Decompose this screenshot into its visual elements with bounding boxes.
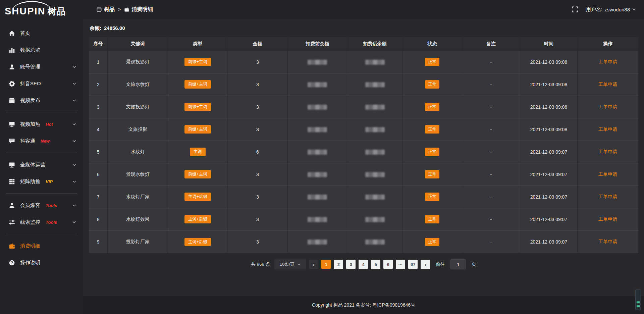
table-row: 7水纹灯厂家主词+后缀3正常-2021-12-03 09:07工单申请 <box>89 186 638 208</box>
column-header-time: 时间 <box>520 37 577 51</box>
board-icon <box>9 121 15 127</box>
cell-after <box>347 186 402 208</box>
sidebar-item-account-management[interactable]: 账号管理 <box>0 58 83 75</box>
goto-label: 前往 <box>436 261 445 267</box>
topbar-right: 用户名: zswodun88 <box>572 6 636 13</box>
bar-chart-icon <box>9 47 15 53</box>
page-button-1[interactable]: 1 <box>321 260 331 269</box>
blurred-balance-value <box>308 82 327 87</box>
wallet-icon <box>9 243 15 249</box>
cell-keyword: 景观水纹灯 <box>108 163 168 186</box>
sidebar-item-clue-monitor[interactable]: 线索监控Tools <box>0 214 83 230</box>
page-ellipsis-button[interactable]: ••• <box>396 260 405 269</box>
cell-keyword: 水纹灯 <box>108 141 168 163</box>
work-order-link[interactable]: 工单申请 <box>598 194 617 199</box>
status-badge: 正常 <box>425 58 439 66</box>
cell-before <box>288 163 347 186</box>
cell-no: 6 <box>89 163 108 186</box>
cell-remark: - <box>462 96 520 118</box>
page-button-2[interactable]: 2 <box>334 260 343 269</box>
page-button-3[interactable]: 3 <box>346 260 356 269</box>
page-button-5[interactable]: 5 <box>371 260 380 269</box>
work-order-link[interactable]: 工单申请 <box>598 104 617 109</box>
sliders-icon <box>9 219 15 225</box>
consume-table: 序号关键词类型金额扣费前余额扣费后余额状态备注时间操作 1景观投影灯前缀+主词3… <box>89 37 638 253</box>
work-order-link[interactable]: 工单申请 <box>598 126 617 132</box>
gear-icon <box>9 81 15 87</box>
sidebar-item-label: 视频加热 <box>20 121 40 127</box>
next-page-button[interactable]: › <box>421 260 430 269</box>
page-size-select[interactable]: 10条/页 <box>274 259 306 269</box>
goto-page-input[interactable] <box>450 259 466 269</box>
sidebar-item-douketong[interactable]: 抖客通New <box>0 133 83 149</box>
status-badge: 正常 <box>425 238 439 246</box>
sidebar-item-consume-detail[interactable]: 消费明细 <box>0 238 83 254</box>
sidebar-item-member-baoke[interactable]: 会员爆客Tools <box>0 197 83 214</box>
table-body: 1景观投影灯前缀+主词3正常-2021-12-03 09:08工单申请2文旅水纹… <box>89 51 638 253</box>
cell-remark: - <box>462 141 520 163</box>
work-order-link[interactable]: 工单申请 <box>598 59 617 64</box>
breadcrumb-label: 消费明细 <box>131 6 153 13</box>
sidebar-item-matrix-boost[interactable]: 矩阵助推VIP <box>0 173 83 190</box>
page-button-4[interactable]: 4 <box>359 260 368 269</box>
table-header: 序号关键词类型金额扣费前余额扣费后余额状态备注时间操作 <box>89 37 638 51</box>
cell-time: 2021-12-03 09:07 <box>520 186 577 208</box>
work-order-link[interactable]: 工单申请 <box>598 149 617 154</box>
cell-before <box>288 51 347 73</box>
status-badge: 正常 <box>425 103 439 111</box>
cell-amount: 3 <box>227 208 288 230</box>
prev-page-button[interactable]: ‹ <box>309 260 318 269</box>
cell-after <box>347 141 402 163</box>
sidebar-item-operation-guide[interactable]: ?操作说明 <box>0 254 83 271</box>
blurred-balance-value <box>365 105 385 110</box>
cell-status: 正常 <box>402 208 462 230</box>
blurred-balance-value <box>308 172 327 177</box>
cell-before <box>288 118 347 141</box>
sidebar-item-label: 抖音SEO <box>20 81 41 87</box>
work-order-link[interactable]: 工单申请 <box>598 171 617 177</box>
type-badge: 主词+后缀 <box>184 193 211 201</box>
cell-action: 工单申请 <box>577 141 638 163</box>
sidebar: SHUPIN树品 首页数据总览账号管理抖音SEO视频发布视频加热Hot抖客通Ne… <box>0 0 83 314</box>
sidebar-item-home[interactable]: 首页 <box>0 25 83 42</box>
cell-before <box>288 230 347 253</box>
table-row: 4文旅投影前缀+主词3正常-2021-12-03 09:08工单申请 <box>89 118 638 141</box>
sidebar-item-data-overview[interactable]: 数据总览 <box>0 42 83 58</box>
fullscreen-icon[interactable] <box>572 6 578 12</box>
monitor-icon <box>9 162 15 168</box>
table-row: 3文旅投影灯前缀+主词3正常-2021-12-03 09:08工单申请 <box>89 96 638 118</box>
sidebar-item-video-publish[interactable]: 视频发布 <box>0 92 83 109</box>
cell-type: 主词+后缀 <box>168 208 227 230</box>
chevron-down-icon <box>632 7 636 11</box>
sidebar-item-media-operation[interactable]: 全媒体运营 <box>0 156 83 173</box>
sidebar-item-douyin-seo[interactable]: 抖音SEO <box>0 75 83 92</box>
sidebar-item-video-heating[interactable]: 视频加热Hot <box>0 116 83 133</box>
work-order-link[interactable]: 工单申请 <box>598 239 617 244</box>
video-icon <box>9 97 15 104</box>
work-order-link[interactable]: 工单申请 <box>598 82 617 87</box>
table-row: 5水纹灯主词6正常-2021-12-03 09:07工单申请 <box>89 141 638 163</box>
cell-time: 2021-12-03 09:07 <box>520 141 577 163</box>
cell-time: 2021-12-03 09:08 <box>520 118 577 141</box>
status-badge: 正常 <box>425 80 439 89</box>
username-label: 用户名: <box>586 6 602 13</box>
cell-remark: - <box>462 208 520 230</box>
type-badge: 主词 <box>190 148 206 156</box>
work-order-link[interactable]: 工单申请 <box>598 216 617 222</box>
cell-keyword: 文旅投影灯 <box>108 96 168 118</box>
topbar: 树品>消费明细 用户名: zswodun88 <box>83 0 644 19</box>
sidebar-divider <box>6 112 77 112</box>
user-menu[interactable]: 用户名: zswodun88 <box>586 6 636 13</box>
sidebar-item-label: 首页 <box>20 30 30 37</box>
cell-amount: 3 <box>227 51 288 73</box>
page-button-97[interactable]: 97 <box>408 260 418 269</box>
blurred-balance-value <box>365 127 385 132</box>
breadcrumb-item[interactable]: 树品 <box>97 6 115 13</box>
sidebar-item-label: 数据总览 <box>20 47 40 53</box>
app-root: SHUPIN树品 首页数据总览账号管理抖音SEO视频发布视频加热Hot抖客通Ne… <box>0 0 644 314</box>
mini-scrollbar-widget[interactable] <box>635 290 641 310</box>
breadcrumb-item[interactable]: 消费明细 <box>124 6 153 13</box>
page-button-6[interactable]: 6 <box>383 260 393 269</box>
chevron-down-icon <box>72 163 76 167</box>
person-icon <box>9 202 15 209</box>
